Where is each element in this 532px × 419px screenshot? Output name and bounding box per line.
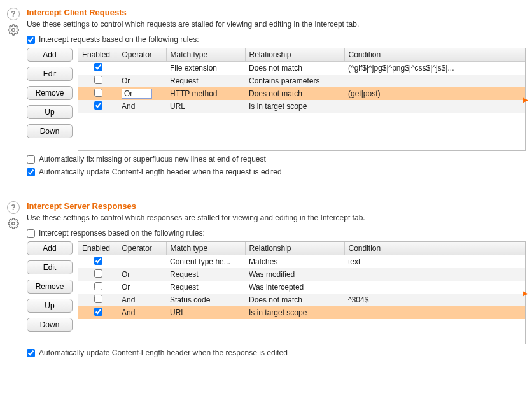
down-button[interactable]: Down: [27, 124, 73, 138]
row-match-cell[interactable]: Status code: [166, 294, 245, 306]
table-row[interactable]: AndStatus codeDoes not match^304$: [78, 294, 525, 306]
col-relationship[interactable]: Relationship: [245, 48, 344, 62]
svg-point-0: [12, 29, 15, 32]
row-enabled-checkbox[interactable]: [94, 282, 102, 290]
requests-rules-table[interactable]: Enabled Operator Match type Relationship…: [78, 48, 526, 151]
table-row[interactable]: OrHTTP methodDoes not match(get|post): [78, 87, 525, 100]
table-row[interactable]: OrRequestWas modified: [78, 268, 525, 281]
responses-rules-table[interactable]: Enabled Operator Match type Relationship…: [78, 241, 526, 344]
scroll-right-icon[interactable]: ▶: [523, 290, 528, 297]
row-cond-cell[interactable]: [344, 75, 525, 87]
row-operator-cell[interactable]: And: [118, 294, 166, 306]
req-opt-content-length-checkbox[interactable]: [27, 168, 35, 176]
req-opt-fix-newlines[interactable]: Automatically fix missing or superfluous…: [27, 155, 526, 164]
intercept-toggle-label: Intercept requests based on the followin…: [39, 35, 199, 44]
up-button[interactable]: Up: [27, 105, 73, 119]
gear-icon[interactable]: [8, 24, 19, 36]
row-cond-cell[interactable]: ^304$: [344, 294, 525, 306]
row-enabled-checkbox[interactable]: [94, 76, 102, 84]
row-enabled-checkbox[interactable]: [94, 257, 102, 265]
row-rel-cell[interactable]: Was modified: [245, 268, 344, 281]
row-match-cell[interactable]: Request: [166, 268, 245, 281]
row-match-cell[interactable]: URL: [166, 306, 245, 319]
col-enabled[interactable]: Enabled: [78, 48, 118, 62]
row-rel-cell[interactable]: Is in target scope: [245, 306, 344, 319]
row-rel-cell[interactable]: Does not match: [245, 62, 344, 75]
row-operator-cell[interactable]: Or: [118, 75, 166, 87]
up-button[interactable]: Up: [27, 299, 73, 313]
row-operator-cell[interactable]: [118, 62, 166, 75]
intercept-toggle-checkbox[interactable]: [27, 229, 35, 238]
row-match-cell[interactable]: URL: [166, 100, 245, 113]
col-relationship[interactable]: Relationship: [245, 242, 344, 255]
remove-button[interactable]: Remove: [27, 86, 73, 100]
row-match-cell[interactable]: Request: [166, 75, 245, 87]
row-operator-cell[interactable]: Or: [118, 87, 166, 100]
down-button[interactable]: Down: [27, 318, 73, 332]
row-cond-cell[interactable]: (get|post): [344, 87, 525, 100]
row-operator-cell[interactable]: And: [118, 100, 166, 113]
row-enabled-checkbox[interactable]: [94, 89, 102, 97]
col-condition[interactable]: Condition: [344, 48, 525, 62]
edit-button[interactable]: Edit: [27, 67, 73, 81]
req-opt-fix-newlines-label: Automatically fix missing or superfluous…: [39, 155, 266, 164]
edit-button[interactable]: Edit: [27, 260, 73, 274]
col-match[interactable]: Match type: [166, 48, 245, 62]
section-divider: [6, 192, 526, 192]
intercept-toggle-checkbox[interactable]: [27, 36, 35, 44]
remove-button[interactable]: Remove: [27, 280, 73, 294]
col-condition[interactable]: Condition: [344, 242, 525, 255]
col-operator[interactable]: Operator: [118, 48, 166, 62]
resp-opt-content-length[interactable]: Automatically update Content-Length head…: [27, 348, 526, 357]
help-icon[interactable]: ?: [7, 8, 20, 20]
row-rel-cell[interactable]: Was intercepted: [245, 281, 344, 294]
table-row[interactable]: OrRequestContains parameters: [78, 75, 525, 87]
section-title: Intercept Server Responses: [27, 201, 526, 211]
table-row[interactable]: OrRequestWas intercepted: [78, 281, 525, 294]
table-row[interactable]: File extensionDoes not match(^gif$|^jpg$…: [78, 62, 525, 75]
row-cond-cell[interactable]: [344, 100, 525, 113]
row-operator-cell[interactable]: Or: [118, 268, 166, 281]
row-match-cell[interactable]: Request: [166, 281, 245, 294]
table-row[interactable]: AndURLIs in target scope: [78, 100, 525, 113]
row-cond-cell[interactable]: [344, 306, 525, 319]
gear-icon[interactable]: [8, 218, 19, 229]
row-enabled-checkbox[interactable]: [94, 269, 102, 278]
row-cond-cell[interactable]: (^gif$|^jpg$|^png$|^css$|^js$|...: [344, 62, 525, 75]
row-rel-cell[interactable]: Does not match: [245, 87, 344, 100]
row-cond-cell[interactable]: [344, 281, 525, 294]
row-match-cell[interactable]: Content type he...: [166, 255, 245, 269]
row-enabled-checkbox[interactable]: [94, 63, 102, 71]
scroll-right-icon[interactable]: ▶: [523, 96, 528, 103]
col-match[interactable]: Match type: [166, 242, 245, 255]
row-enabled-checkbox[interactable]: [94, 295, 102, 303]
table-row[interactable]: AndURLIs in target scope: [78, 306, 525, 319]
intercept-toggle[interactable]: Intercept responses based on the followi…: [27, 229, 526, 238]
row-enabled-checkbox[interactable]: [94, 101, 102, 110]
resp-opt-content-length-checkbox[interactable]: [27, 349, 35, 357]
row-rel-cell[interactable]: Contains parameters: [245, 75, 344, 87]
req-opt-fix-newlines-checkbox[interactable]: [27, 155, 35, 164]
help-icon[interactable]: ?: [7, 201, 20, 214]
row-cond-cell[interactable]: text: [344, 255, 525, 269]
col-operator[interactable]: Operator: [118, 242, 166, 255]
row-rel-cell[interactable]: Does not match: [245, 294, 344, 306]
row-rel-cell[interactable]: Matches: [245, 255, 344, 269]
col-enabled[interactable]: Enabled: [78, 242, 118, 255]
section-description: Use these settings to control which resp…: [27, 213, 526, 222]
add-button[interactable]: Add: [27, 48, 73, 62]
intercept-toggle[interactable]: Intercept requests based on the followin…: [27, 35, 526, 44]
section-description: Use these settings to control which requ…: [27, 20, 526, 29]
intercept-toggle-label: Intercept responses based on the followi…: [39, 229, 205, 238]
row-cond-cell[interactable]: [344, 268, 525, 281]
row-match-cell[interactable]: HTTP method: [166, 87, 245, 100]
row-operator-cell[interactable]: And: [118, 306, 166, 319]
row-match-cell[interactable]: File extension: [166, 62, 245, 75]
req-opt-content-length[interactable]: Automatically update Content-Length head…: [27, 167, 526, 176]
row-operator-cell[interactable]: Or: [118, 281, 166, 294]
row-enabled-checkbox[interactable]: [94, 308, 102, 316]
table-row[interactable]: Content type he...Matchestext: [78, 255, 525, 269]
add-button[interactable]: Add: [27, 241, 73, 255]
row-operator-cell[interactable]: [118, 255, 166, 269]
row-rel-cell[interactable]: Is in target scope: [245, 100, 344, 113]
